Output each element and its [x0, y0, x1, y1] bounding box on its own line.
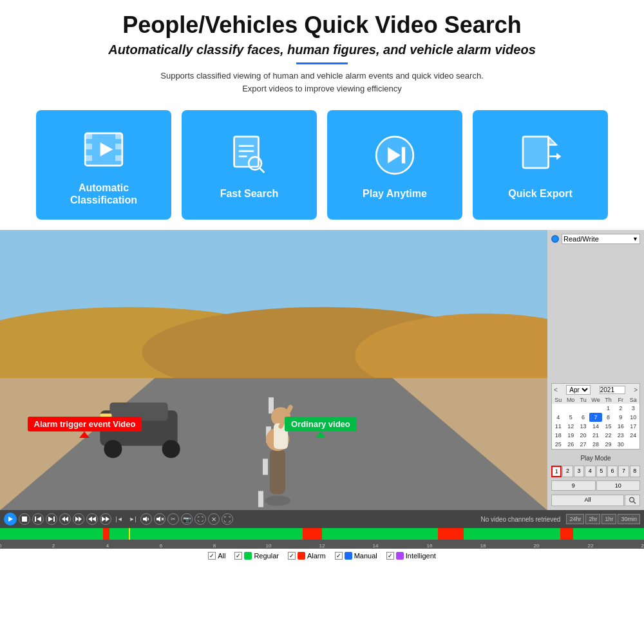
play-button[interactable] [4, 513, 17, 526]
prev-frame-button[interactable] [32, 513, 44, 525]
forward-button[interactable] [100, 513, 111, 525]
zoom-button[interactable]: ⛶ [194, 513, 206, 525]
cal-day-6[interactable]: 6 [577, 413, 589, 422]
snapshot-button[interactable]: 📷 [181, 513, 193, 525]
fullscreen-button[interactable]: ⛶ [222, 513, 233, 525]
svg-marker-55 [88, 516, 92, 522]
pm-btn-5[interactable]: 5 [596, 466, 607, 477]
legend-manual[interactable]: ✓ Manual [335, 552, 377, 560]
pm-search-btn[interactable] [625, 495, 640, 506]
clip-button[interactable]: ✂ [167, 513, 179, 525]
pm-btn-8[interactable]: 8 [630, 466, 640, 477]
legend-regular-check[interactable]: ✓ [234, 552, 242, 560]
cal-day-19[interactable]: 19 [564, 431, 576, 440]
cal-day-2[interactable]: 2 [614, 404, 627, 413]
cal-day-18[interactable]: 18 [552, 431, 564, 440]
cal-day-26[interactable]: 26 [564, 440, 576, 449]
cal-day-3[interactable]: 3 [627, 404, 639, 413]
svg-rect-5 [115, 144, 122, 149]
legend-alarm-check[interactable]: ✓ [288, 552, 296, 560]
video-player[interactable]: Alarm trigger event Video Ordinary video [0, 230, 547, 510]
legend-regular[interactable]: ✓ Regular [234, 552, 279, 560]
pm-btn-2[interactable]: 2 [562, 466, 573, 477]
cal-day-21[interactable]: 21 [589, 431, 601, 440]
read-write-select[interactable]: Read/Write ▼ [562, 234, 640, 244]
svg-rect-45 [22, 516, 27, 522]
step-fwd-button[interactable]: ►| [127, 513, 138, 525]
day-sa: Sa [627, 396, 639, 404]
pm-btn-10[interactable]: 10 [596, 480, 641, 491]
cal-day-25[interactable]: 25 [552, 440, 564, 449]
svg-marker-54 [92, 516, 96, 522]
pm-all-btn[interactable]: All [551, 495, 624, 506]
cal-empty [627, 440, 639, 449]
read-write-radio[interactable] [551, 235, 559, 243]
cal-day-20[interactable]: 20 [577, 431, 589, 440]
feature-card-fast-search: Fast Search [182, 110, 317, 220]
cal-day-5[interactable]: 5 [564, 413, 576, 422]
legend-intelligent[interactable]: ✓ Intelligent [386, 552, 436, 560]
select-arrow-icon: ▼ [632, 236, 638, 242]
pm-btn-9[interactable]: 9 [551, 480, 596, 491]
slow-button[interactable] [59, 513, 71, 525]
svg-rect-2 [85, 144, 92, 149]
cal-prev-btn[interactable]: < [554, 386, 558, 393]
legend-alarm[interactable]: ✓ Alarm [288, 552, 326, 560]
legend-all[interactable]: ✓ All [208, 552, 225, 560]
timescale-24hr[interactable]: 24hr [566, 514, 584, 524]
cal-day-27[interactable]: 27 [577, 440, 589, 449]
mute-button[interactable] [154, 513, 166, 525]
pm-btn-7[interactable]: 7 [618, 466, 629, 477]
cal-next-btn[interactable]: > [634, 386, 638, 393]
timescale-1hr[interactable]: 1hr [601, 514, 616, 524]
cal-day-8[interactable]: 8 [602, 413, 614, 422]
calendar-header: < Apr > [552, 384, 639, 396]
cal-day-28[interactable]: 28 [589, 440, 601, 449]
cal-day-17[interactable]: 17 [627, 422, 639, 431]
audio-button[interactable] [140, 513, 152, 525]
cal-day-30[interactable]: 30 [614, 440, 627, 449]
cal-day-23[interactable]: 23 [614, 431, 627, 440]
cal-day-29[interactable]: 29 [602, 440, 614, 449]
cal-year-input[interactable] [600, 386, 625, 394]
cal-day-14[interactable]: 14 [589, 422, 601, 431]
svg-point-33 [104, 440, 122, 458]
pm-btn-1[interactable]: 1 [551, 466, 562, 477]
feature-card-play-anytime: Play Anytime [327, 110, 462, 220]
cal-day-22[interactable]: 22 [602, 431, 614, 440]
rewind-button[interactable] [86, 513, 98, 525]
cal-day-4[interactable]: 4 [552, 413, 564, 422]
svg-marker-50 [62, 516, 65, 522]
cal-day-12[interactable]: 12 [564, 422, 576, 431]
timeline-bar[interactable]: 0 2 4 6 8 10 12 14 16 18 20 22 24 [0, 528, 644, 540]
legend-all-check[interactable]: ✓ [208, 552, 216, 560]
search-doc-icon [223, 129, 275, 181]
pm-btn-4[interactable]: 4 [585, 466, 595, 477]
cal-day-16[interactable]: 16 [614, 422, 627, 431]
cal-day-10[interactable]: 10 [627, 413, 639, 422]
pm-btn-3[interactable]: 3 [574, 466, 584, 477]
day-tu: Tu [577, 396, 589, 404]
cal-day-1[interactable]: 1 [602, 404, 614, 413]
cal-day-7[interactable]: 7 [589, 413, 601, 422]
svg-rect-47 [35, 516, 36, 522]
timescale-2hr[interactable]: 2hr [585, 514, 600, 524]
cal-day-24[interactable]: 24 [627, 431, 639, 440]
close-button[interactable]: ✕ [208, 513, 220, 525]
cal-day-11[interactable]: 11 [552, 422, 564, 431]
cal-day-15[interactable]: 15 [602, 422, 614, 431]
legend-intelligent-check[interactable]: ✓ [386, 552, 394, 560]
cal-day-13[interactable]: 13 [577, 422, 589, 431]
step-back-button[interactable]: |◄ [113, 513, 125, 525]
timescale-30min[interactable]: 30min [618, 514, 640, 524]
stop-button[interactable] [19, 513, 30, 525]
legend-manual-check[interactable]: ✓ [335, 552, 343, 560]
pm-btn-6[interactable]: 6 [607, 466, 618, 477]
fast-forward-button[interactable] [73, 513, 84, 525]
svg-line-13 [260, 168, 264, 173]
cal-day-9[interactable]: 9 [614, 413, 627, 422]
next-frame-button[interactable] [46, 513, 57, 525]
cal-month-select[interactable]: Apr [566, 385, 591, 395]
legend-intelligent-label: Intelligent [406, 552, 436, 560]
timeline-area[interactable]: 0 2 4 6 8 10 12 14 16 18 20 22 24 [0, 528, 644, 549]
